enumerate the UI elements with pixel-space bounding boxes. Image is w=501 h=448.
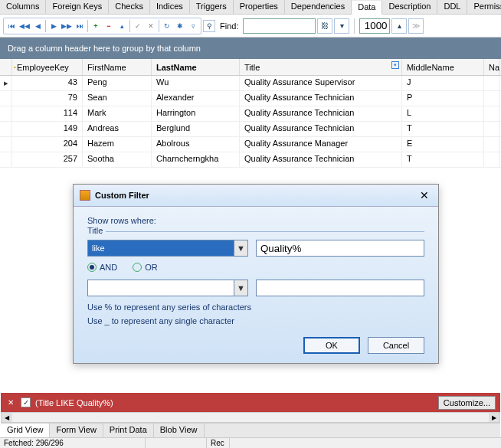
- cell-middlename[interactable]: T: [402, 152, 484, 167]
- cell-employeekey[interactable]: 114: [12, 106, 83, 121]
- tab-triggers[interactable]: Triggers: [190, 0, 234, 14]
- value-2-input[interactable]: [256, 280, 424, 296]
- cell-lastname[interactable]: Abolrous: [152, 137, 240, 152]
- insert-record-icon[interactable]: +: [90, 20, 102, 32]
- filter-icon[interactable]: ▿: [187, 20, 199, 32]
- cell-lastname[interactable]: Berglund: [152, 122, 240, 136]
- post-edit-icon[interactable]: ✓: [132, 20, 144, 32]
- chevron-down-icon[interactable]: ▼: [234, 240, 247, 256]
- refresh-icon[interactable]: ↻: [161, 20, 173, 32]
- ok-button[interactable]: OK: [303, 337, 360, 354]
- tab-ddl[interactable]: DDL: [437, 0, 467, 14]
- cell-na[interactable]: [484, 152, 499, 167]
- tab-data[interactable]: Data: [352, 1, 382, 15]
- cancel-button[interactable]: Cancel: [368, 337, 424, 354]
- cell-firstname[interactable]: Andreas: [83, 122, 152, 136]
- row-limit-input[interactable]: [359, 18, 390, 34]
- next-page-icon[interactable]: ▶▶: [61, 20, 73, 32]
- filter-enabled-checkbox[interactable]: ✓: [21, 397, 31, 407]
- clear-filter-icon[interactable]: ✕: [5, 397, 16, 408]
- chevron-down-icon[interactable]: ▼: [234, 280, 247, 296]
- cell-employeekey[interactable]: 257: [12, 152, 83, 167]
- cell-na[interactable]: [484, 106, 499, 121]
- delete-record-icon[interactable]: −: [103, 20, 115, 32]
- table-row[interactable]: 204HazemAbolrousQuality Assurance Manage…: [0, 137, 501, 152]
- table-row[interactable]: 114MarkHarringtonQuality Assurance Techn…: [0, 106, 501, 122]
- tab-permissions[interactable]: Permissions: [467, 0, 501, 14]
- cell-employeekey[interactable]: 43: [12, 76, 83, 90]
- cell-na[interactable]: [484, 122, 499, 136]
- cell-title[interactable]: Quality Assurance Technician: [240, 152, 402, 167]
- or-radio[interactable]: OR: [133, 263, 158, 272]
- tab-checks[interactable]: Checks: [109, 0, 150, 14]
- cell-firstname[interactable]: Mark: [83, 106, 152, 121]
- cell-employeekey[interactable]: 149: [12, 122, 83, 136]
- cancel-edit-icon[interactable]: ✕: [145, 20, 157, 32]
- operator-2-combo[interactable]: ▼: [87, 280, 248, 296]
- cell-employeekey[interactable]: 79: [12, 91, 83, 106]
- operator-1-combo[interactable]: like ▼: [87, 240, 248, 257]
- tab-indices[interactable]: Indices: [150, 0, 190, 14]
- dialog-titlebar[interactable]: Custom Filter ✕: [74, 185, 438, 207]
- print-data-tab[interactable]: Print Data: [103, 423, 154, 437]
- tab-foreign-keys[interactable]: Foreign Keys: [46, 0, 109, 14]
- cell-employeekey[interactable]: 204: [12, 137, 83, 152]
- table-row[interactable]: 149AndreasBerglundQuality Assurance Tech…: [0, 122, 501, 137]
- find-input[interactable]: [243, 18, 316, 34]
- column-header-employeekey[interactable]: EmployeeKey: [12, 59, 83, 75]
- cell-na[interactable]: [484, 76, 499, 90]
- cell-middlename[interactable]: T: [402, 122, 484, 136]
- bookmark-icon[interactable]: ✱: [174, 20, 186, 32]
- tab-dependencies[interactable]: Dependencies: [285, 0, 352, 14]
- cell-title[interactable]: Quality Assurance Supervisor: [240, 76, 402, 90]
- cell-na[interactable]: [484, 91, 499, 106]
- prev-record-icon[interactable]: ◀: [31, 20, 44, 32]
- cell-title[interactable]: Quality Assurance Manager: [240, 137, 402, 152]
- filter-indicator-icon[interactable]: ▾: [391, 61, 399, 69]
- column-header-firstname[interactable]: FirstName: [83, 59, 152, 75]
- grid-view-tab[interactable]: Grid View: [1, 423, 50, 437]
- first-record-icon[interactable]: ⏮: [5, 20, 18, 32]
- cell-firstname[interactable]: Sootha: [83, 152, 152, 167]
- find-options-icon[interactable]: ⛓: [317, 18, 332, 34]
- cell-na[interactable]: [484, 137, 499, 152]
- cell-middlename[interactable]: J: [402, 76, 484, 90]
- column-header-na[interactable]: Na: [484, 59, 499, 75]
- cell-lastname[interactable]: Charncherngkha: [152, 152, 240, 167]
- next-record-icon[interactable]: ▶: [47, 20, 60, 32]
- group-by-panel[interactable]: Drag a column header here to group by th…: [0, 38, 501, 59]
- limit-more-icon[interactable]: ≫: [408, 18, 424, 34]
- tab-columns[interactable]: Columns: [0, 0, 46, 14]
- tab-properties[interactable]: Properties: [234, 0, 285, 14]
- cell-lastname[interactable]: Alexander: [152, 91, 240, 106]
- cell-title[interactable]: Quality Assurance Technician: [240, 122, 402, 136]
- cell-lastname[interactable]: Harrington: [152, 106, 240, 121]
- table-row[interactable]: 257SoothaCharncherngkhaQuality Assurance…: [0, 152, 501, 168]
- find-next-icon[interactable]: ▾: [334, 18, 349, 34]
- close-icon[interactable]: ✕: [417, 189, 432, 201]
- last-record-icon[interactable]: ⏭: [74, 20, 86, 32]
- cell-title[interactable]: Quality Assurance Technician: [240, 106, 402, 121]
- cell-middlename[interactable]: E: [402, 137, 484, 152]
- column-header-lastname[interactable]: LastName: [152, 59, 240, 75]
- scroll-right-icon[interactable]: ▶: [489, 413, 499, 422]
- table-row[interactable]: 79SeanAlexanderQuality Assurance Technic…: [0, 91, 501, 106]
- edit-record-icon[interactable]: ▴: [116, 20, 128, 32]
- scroll-left-icon[interactable]: ◀: [2, 413, 12, 422]
- toolbar-extra-icon[interactable]: ⚲: [203, 20, 215, 32]
- cell-firstname[interactable]: Peng: [83, 76, 152, 90]
- limit-apply-icon[interactable]: ▴: [391, 18, 407, 34]
- column-header-title[interactable]: Title▾: [240, 59, 402, 75]
- cell-lastname[interactable]: Wu: [152, 76, 240, 90]
- prev-page-icon[interactable]: ◀◀: [18, 20, 31, 32]
- customize-button[interactable]: Customize...: [438, 396, 496, 410]
- form-view-tab[interactable]: Form View: [50, 423, 103, 437]
- cell-title[interactable]: Quality Assurance Technician: [240, 91, 402, 106]
- cell-middlename[interactable]: P: [402, 91, 484, 106]
- blob-view-tab[interactable]: Blob View: [154, 423, 205, 437]
- table-row[interactable]: ▸43PengWuQuality Assurance SupervisorJ: [0, 76, 501, 91]
- horizontal-scrollbar[interactable]: ◀ ▶: [1, 412, 500, 423]
- column-header-middlename[interactable]: MiddleName: [402, 59, 484, 75]
- value-1-input[interactable]: [256, 240, 424, 257]
- cell-firstname[interactable]: Hazem: [83, 137, 152, 152]
